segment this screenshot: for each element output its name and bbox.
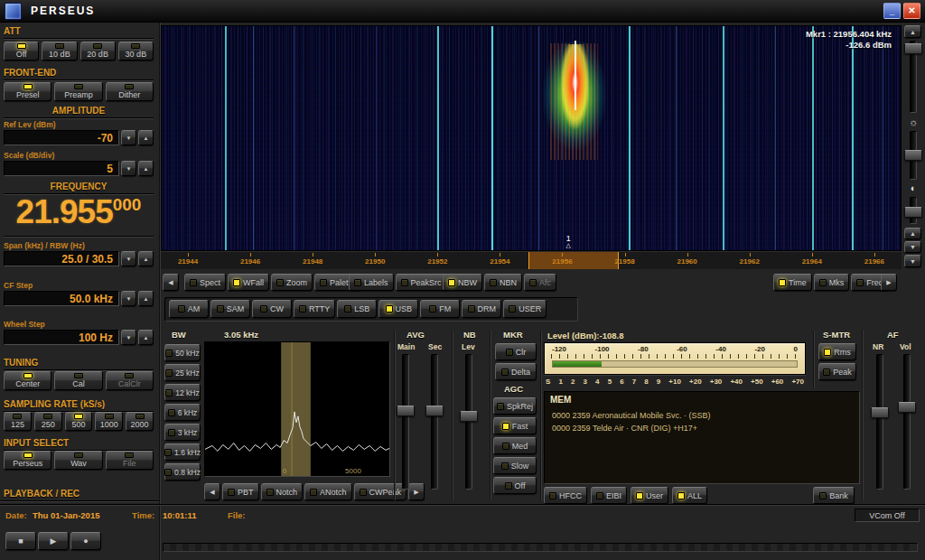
memory-list[interactable]: MEM 0000 2359 Aeronautical Mobile Svc. ·… — [544, 391, 860, 484]
bw-button-12-khz[interactable]: 12 kHz — [164, 384, 201, 401]
spectrum-scroll-right-button[interactable]: ▶ — [881, 274, 897, 291]
rate-button-250[interactable]: 250 — [34, 412, 62, 431]
agc-button-slow[interactable]: Slow — [493, 457, 537, 474]
ref-lev-field[interactable]: -70 — [4, 130, 119, 145]
filter-button-anotch[interactable]: ANotch — [304, 483, 352, 500]
input-button-wav[interactable]: Wav — [54, 451, 102, 470]
agc-button-spkrej[interactable]: SpkRej — [493, 397, 537, 415]
scale-field[interactable]: 5 — [4, 161, 119, 176]
mode-button-usb[interactable]: USB — [378, 300, 418, 318]
bw-button-6-khz[interactable]: 6 kHz — [164, 404, 201, 421]
playback-position-bar[interactable] — [163, 543, 918, 552]
agc-button-med[interactable]: Med — [493, 437, 537, 454]
mode-button-sam[interactable]: SAM — [210, 300, 250, 318]
ref-lev-down-button[interactable]: ▼ — [121, 130, 136, 145]
filter-button-cwpeak[interactable]: CWPeak — [354, 483, 407, 500]
contrast-slider[interactable] — [910, 197, 917, 224]
smtr-button-peak[interactable]: Peak — [818, 363, 856, 380]
filter-scroll-left-button[interactable]: ◀ — [204, 483, 220, 500]
brightness-slider[interactable] — [910, 131, 917, 180]
mkr-button-clr[interactable]: Clr — [495, 343, 537, 360]
nb-lev-slider-handle[interactable] — [460, 411, 478, 422]
bw-button-50-khz[interactable]: 50 kHz — [164, 344, 201, 361]
display-button-spect[interactable]: Spect — [184, 274, 226, 291]
front-end-button-presel[interactable]: Presel — [4, 82, 51, 101]
mode-button-lsb[interactable]: LSB — [337, 300, 377, 318]
scale-down-button[interactable]: ▼ — [121, 161, 136, 176]
mkr-button-delta[interactable]: Delta — [495, 363, 537, 380]
avg-main-slider[interactable] — [402, 354, 409, 490]
af-vol-slider-handle[interactable] — [898, 402, 916, 413]
mode-button-rtty[interactable]: RTTY — [294, 300, 335, 318]
mem-button-user[interactable]: User — [631, 487, 668, 504]
cf-step-down-button[interactable]: ▼ — [121, 291, 136, 306]
display-button-labels[interactable]: Labels — [349, 274, 394, 291]
span-rbw-field[interactable]: 25.0 / 30.5 — [4, 251, 119, 266]
display-button-time[interactable]: Time — [773, 274, 812, 291]
display-button-nbn[interactable]: NBN — [484, 274, 522, 291]
record-button[interactable]: ● — [70, 532, 101, 550]
rate-button-125[interactable]: 125 — [4, 412, 32, 431]
tuning-button-cal[interactable]: Cal — [54, 371, 102, 390]
brightness-slider-handle[interactable] — [904, 150, 922, 161]
mode-button-drm[interactable]: DRM — [462, 300, 501, 318]
avg-sec-slider-handle[interactable] — [425, 406, 444, 416]
close-button[interactable]: ✕ — [903, 3, 920, 19]
marker-1[interactable]: 1 △ — [565, 235, 570, 249]
bw-button-1-6-khz[interactable]: 1.6 kHz — [164, 443, 201, 461]
mem-button-all[interactable]: ALL — [672, 487, 707, 504]
display-button-mks[interactable]: Mks — [814, 274, 850, 291]
input-button-perseus[interactable]: Perseus — [4, 451, 51, 470]
display-button-peaksrc[interactable]: PeakSrc — [396, 274, 447, 291]
att-button-30-db[interactable]: 30 dB — [118, 42, 154, 61]
bank-button[interactable]: Bank — [813, 487, 855, 504]
wheel-step-down-button[interactable]: ▼ — [121, 330, 136, 345]
span-up-button[interactable]: ▲ — [138, 251, 154, 266]
span-down-button[interactable]: ▼ — [121, 251, 136, 266]
mode-button-cw[interactable]: CW — [252, 300, 292, 318]
avg-main-slider-handle[interactable] — [397, 406, 415, 416]
filter-scroll-right-button[interactable]: ▶ — [408, 483, 425, 500]
ref-lev-up-button[interactable]: ▲ — [138, 130, 154, 145]
stop-button[interactable]: ■ — [5, 532, 36, 550]
display-button-wfall[interactable]: WFall — [228, 274, 269, 291]
mem-entry[interactable]: 0000 2359 Telde Air · CNR (DIG) +H17+ — [552, 422, 855, 434]
tuning-button-center[interactable]: Center — [4, 371, 51, 390]
display-button-afc[interactable]: Afc — [524, 274, 556, 291]
display-button-nbw[interactable]: NBW — [443, 274, 482, 291]
att-button-20-db[interactable]: 20 dB — [80, 42, 116, 61]
filter-button-pbt[interactable]: PBT — [222, 483, 259, 500]
smtr-button-rms[interactable]: Rms — [818, 343, 856, 360]
waterfall-display[interactable]: Mkr1 : 21956.404 kHz -126.6 dBm 1 △ — [161, 25, 902, 251]
rate-button-2000[interactable]: 2000 — [126, 412, 154, 431]
wheel-step-field[interactable]: 100 Hz — [4, 330, 119, 345]
bw-button-25-khz[interactable]: 25 kHz — [164, 364, 201, 381]
bw-button-3-khz[interactable]: 3 kHz — [164, 424, 201, 441]
play-button[interactable]: ▶ — [38, 532, 69, 550]
mode-button-am[interactable]: AM — [169, 300, 209, 318]
nb-lev-slider[interactable] — [465, 354, 472, 490]
af-nr-slider[interactable] — [876, 354, 883, 490]
agc-button-fast[interactable]: Fast — [493, 417, 537, 434]
spectrum-scroll-left-button[interactable]: ◀ — [163, 274, 179, 291]
mem-entry[interactable]: 0000 2359 Aeronautical Mobile Svc. · (SS… — [552, 409, 855, 422]
palette-down-button[interactable]: ▼ — [904, 241, 921, 253]
minimize-button[interactable]: _ — [883, 3, 901, 19]
display-button-zoom[interactable]: Zoom — [271, 274, 313, 291]
waterfall-scrollbar-thumb[interactable] — [904, 43, 922, 54]
frequency-display[interactable]: 21.955000 — [4, 193, 154, 233]
frequency-scale[interactable]: 2194421946219482195021952219542195621958… — [161, 251, 902, 269]
contrast-slider-handle[interactable] — [904, 207, 922, 218]
scroll-down-button[interactable]: ▼ — [904, 255, 921, 267]
wheel-step-up-button[interactable]: ▲ — [138, 330, 154, 345]
cf-step-up-button[interactable]: ▲ — [138, 291, 154, 306]
cf-step-field[interactable]: 50.0 kHz — [4, 291, 119, 306]
scale-up-button[interactable]: ▲ — [138, 161, 154, 176]
input-button-file[interactable]: File — [106, 451, 154, 470]
waterfall-scrollbar[interactable] — [910, 41, 917, 113]
front-end-button-dither[interactable]: Dither — [106, 82, 154, 101]
tuning-button-calclr[interactable]: CalClr — [106, 371, 154, 390]
agc-button-off[interactable]: Off — [493, 477, 537, 494]
mode-button-fm[interactable]: FM — [420, 300, 460, 318]
mem-button-hfcc[interactable]: HFCC — [544, 487, 587, 504]
